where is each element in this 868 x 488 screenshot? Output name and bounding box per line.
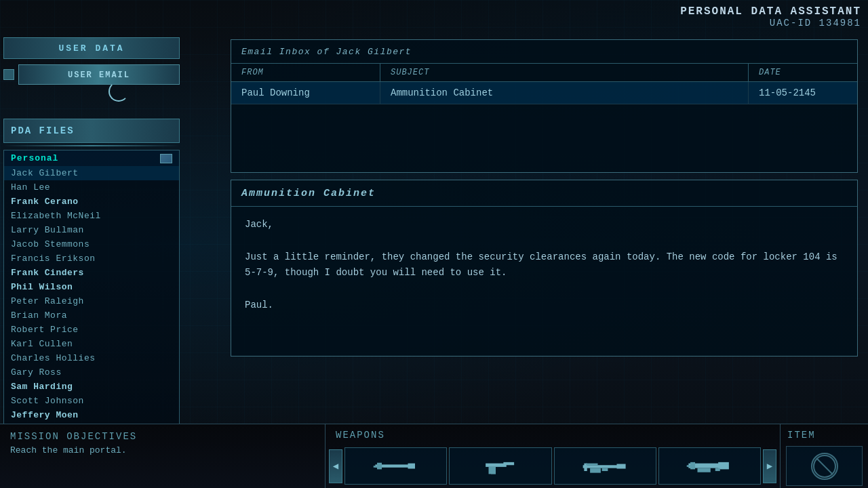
svg-rect-12	[602, 468, 608, 470]
bottom-bar: Mission Objectives Reach the main portal…	[0, 424, 868, 488]
email-body-paragraph: Just a little reminder, they changed the…	[245, 249, 844, 282]
weapon-slot-3[interactable]	[554, 447, 656, 485]
column-from: From	[231, 64, 380, 81]
no-item-icon	[811, 453, 838, 480]
item-label: Item	[781, 424, 868, 444]
list-item[interactable]: Phil Wilson	[4, 280, 179, 294]
weapon-slot-1[interactable]	[344, 447, 447, 485]
email-salutation: Jack,	[245, 217, 844, 233]
svg-rect-1	[408, 463, 415, 468]
email-signature: Paul.	[245, 298, 844, 314]
list-item[interactable]: Jacob Stemmons	[4, 237, 179, 251]
list-item[interactable]: Frank Cerano	[4, 195, 179, 209]
mission-text: Reach the main portal.	[10, 445, 315, 455]
svg-rect-9	[617, 464, 626, 468]
pda-files-section: PDA Files Personal Jack Gilbert Han Lee …	[0, 119, 183, 420]
weapons-slots: ◀	[326, 444, 780, 488]
svg-rect-7	[491, 472, 496, 474]
email-body-line2: Just a little reminder, they changed the…	[245, 251, 837, 262]
main-content: Email Inbox of Jack Gilbert From Subject…	[231, 39, 858, 420]
list-item[interactable]: Peter Raleigh	[4, 294, 179, 308]
svg-rect-4	[486, 463, 507, 466]
svg-line-21	[816, 458, 833, 474]
mission-section: Mission Objectives Reach the main portal…	[0, 424, 326, 488]
pda-id: UAC-ID 134981	[680, 18, 861, 28]
svg-rect-16	[690, 462, 695, 469]
email-body-line3: 5-7-9, though I doubt you will need to u…	[245, 267, 507, 278]
list-item[interactable]: Karl Cullen	[4, 337, 179, 351]
list-item[interactable]: Han Lee	[4, 180, 179, 195]
no-item-svg	[812, 454, 837, 479]
user-data-label: User Data	[58, 43, 124, 54]
weapon-nav-right[interactable]: ▶	[763, 449, 776, 483]
email-from: Paul Downing	[231, 82, 380, 104]
svg-rect-5	[503, 462, 514, 464]
column-subject: Subject	[380, 64, 749, 81]
weapon-3-icon	[581, 456, 629, 476]
pda-title: Personal Data Assistant	[680, 5, 861, 18]
list-item[interactable]: Francis Erikson	[4, 251, 179, 266]
list-item[interactable]: Jeffery Moen	[4, 408, 179, 422]
svg-rect-18	[715, 468, 720, 470]
email-subject-cell: Ammunition Cabinet	[380, 82, 749, 104]
cursor-indicator	[108, 81, 129, 102]
list-item[interactable]: Jack Gilbert	[4, 166, 179, 180]
list-item[interactable]: Frank Cinders	[4, 266, 179, 280]
svg-rect-17	[698, 468, 711, 472]
list-item[interactable]: Elizabeth McNeil	[4, 209, 179, 223]
user-data-header: User Data	[3, 37, 180, 59]
user-email-button[interactable]: User Email	[18, 64, 180, 85]
email-subject-title: Ammunition Cabinet	[241, 188, 376, 199]
list-item[interactable]: Larry Bullman	[4, 223, 179, 237]
pda-files-header: PDA Files	[3, 119, 180, 143]
sidebar-top: User Data User Email	[0, 37, 183, 85]
item-section: Item	[780, 424, 868, 488]
category-personal[interactable]: Personal	[4, 150, 179, 166]
user-email-indicator	[3, 69, 14, 80]
pda-files-label: PDA Files	[11, 125, 75, 136]
email-subject-header: Ammunition Cabinet	[231, 180, 857, 207]
list-item[interactable]: Sam Harding	[4, 380, 179, 394]
pda-header: Personal Data Assistant UAC-ID 134981	[680, 5, 861, 28]
inbox-header: Email Inbox of Jack Gilbert	[231, 40, 857, 64]
weapon-slot-2[interactable]	[449, 447, 551, 485]
column-date: Date	[749, 64, 857, 81]
category-icon	[160, 154, 172, 163]
user-email-section: User Email	[3, 64, 180, 85]
inbox-columns: From Subject Date	[231, 64, 857, 82]
svg-rect-19	[687, 465, 690, 467]
weapon-2-icon	[477, 456, 524, 476]
weapon-1-icon	[372, 456, 420, 476]
list-item[interactable]: Charles Hollies	[4, 351, 179, 365]
mission-label: Mission Objectives	[10, 431, 315, 442]
email-body-text: Jack, Just a little reminder, they chang…	[231, 207, 857, 356]
email-row[interactable]: Paul Downing Ammunition Cabinet 11-05-21…	[231, 82, 857, 104]
weapon-nav-left[interactable]: ◀	[329, 449, 342, 483]
category-personal-label: Personal	[11, 153, 58, 163]
svg-rect-13	[586, 463, 598, 465]
svg-rect-3	[373, 466, 378, 468]
user-email-label: User Email	[68, 70, 130, 80]
weapon-4-icon	[686, 456, 733, 476]
svg-rect-11	[590, 468, 601, 472]
weapons-section: Weapons ◀	[326, 424, 780, 488]
email-date: 11-05-2145	[749, 82, 857, 104]
files-list: Personal Jack Gilbert Han Lee Frank Cera…	[3, 150, 180, 437]
files-divider	[3, 145, 180, 146]
weapons-label: Weapons	[326, 424, 780, 444]
email-body-panel: Ammunition Cabinet Jack, Just a little r…	[231, 180, 858, 357]
svg-rect-8	[583, 465, 622, 468]
inbox-panel: Email Inbox of Jack Gilbert From Subject…	[231, 39, 858, 173]
inbox-empty-area	[231, 104, 857, 172]
list-item[interactable]: Robert Price	[4, 323, 179, 337]
item-slot[interactable]	[786, 446, 863, 486]
list-item[interactable]: Scott Johnson	[4, 394, 179, 408]
inbox-title: Email Inbox of Jack Gilbert	[241, 47, 412, 57]
weapon-slot-4[interactable]	[658, 447, 761, 485]
list-item[interactable]: Gary Ross	[4, 365, 179, 380]
list-item[interactable]: Brian Mora	[4, 308, 179, 323]
